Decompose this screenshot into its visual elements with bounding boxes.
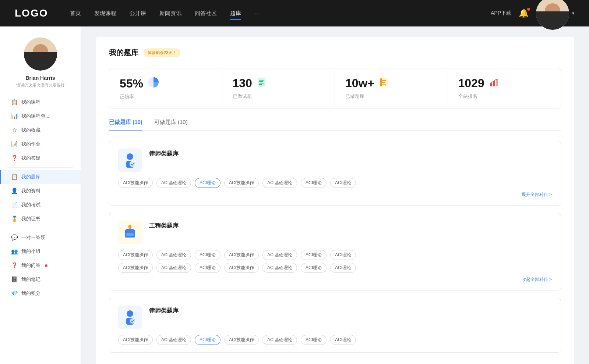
tag-0-2[interactable]: ACI理论 (195, 178, 221, 188)
tab-done-banks[interactable]: 已做题库 (10) (109, 119, 142, 130)
sidebar-item-groups[interactable]: 👥 我的小组 (0, 245, 81, 258)
qbank-card-1-tags-row2: ACI技能操作 ACI基础理论 ACI理论 ACI技能操作 ACI基础理论 AC… (118, 263, 552, 273)
tag-1-11[interactable]: ACI基础理论 (262, 263, 297, 273)
sidebar-item-qbank[interactable]: 📋 我的题库 (0, 170, 81, 184)
main-inner: 我的题库 体验剩余23天！ 55% (96, 37, 574, 364)
sidebar-item-homework[interactable]: 📝 我的作业 (0, 137, 81, 151)
sidebar-item-questions[interactable]: ❓ 我的问答 (0, 258, 81, 272)
tag-1-10[interactable]: ACI技能操作 (224, 263, 259, 273)
qbank-card-0-tags: ACI技能操作 ACI基础理论 ACI理论 ACI技能操作 ACI基础理论 AC… (118, 178, 552, 188)
qbank-card-1: 工程类题库 ACI技能操作 ACI基础理论 ACI理论 ACI技能操作 ACI基… (109, 213, 561, 290)
sidebar-item-profile[interactable]: 👤 我的资料 (0, 184, 81, 198)
expand-btn-0[interactable]: 展开全部科目 > (522, 192, 552, 198)
tag-2-6[interactable]: ACI理论 (330, 335, 356, 345)
navbar: LOGO 首页 发现课程 公开课 新闻资讯 问答社区 题库 ··· APP下载 … (0, 0, 589, 26)
tag-2-4[interactable]: ACI基础理论 (262, 335, 297, 345)
sidebar-item-favorites[interactable]: ☆ 我的收藏 (0, 123, 81, 137)
tag-1-7[interactable]: ACI技能操作 (118, 263, 153, 273)
tag-1-4[interactable]: ACI基础理论 (262, 250, 297, 260)
tag-0-1[interactable]: ACI基础理论 (156, 178, 191, 188)
tag-2-0[interactable]: ACI技能操作 (118, 335, 153, 345)
qbank-card-2: 律师类题库 ACI技能操作 ACI基础理论 ACI理论 ACI技能操作 ACI基… (109, 298, 561, 353)
tag-2-1[interactable]: ACI基础理论 (156, 335, 191, 345)
sidebar-item-exam[interactable]: 📄 我的考试 (0, 198, 81, 212)
tag-1-6[interactable]: ACI理论 (330, 250, 356, 260)
sidebar-item-label: 我的积分 (21, 290, 40, 297)
tag-1-1[interactable]: ACI基础理论 (156, 250, 191, 260)
user-avatar-btn[interactable]: ▾ (536, 0, 574, 30)
sidebar-item-certificate[interactable]: 🏅 我的证书 (0, 212, 81, 226)
qbank-card-2-header: 律师类题库 (118, 306, 552, 329)
sidebar-item-label: 我的作业 (21, 141, 40, 147)
tag-2-2[interactable]: ACI理论 (195, 335, 221, 345)
sidebar-item-label: 我的答疑 (21, 155, 40, 161)
stats-row: 55% 正确率 130 (109, 68, 561, 108)
sidebar-item-my-courses[interactable]: 📋 我的课程 (0, 95, 81, 109)
tag-0-6[interactable]: ACI理论 (330, 178, 356, 188)
sidebar-item-label: 我的题库 (21, 174, 40, 180)
tag-1-9[interactable]: ACI理论 (195, 263, 221, 273)
tutoring-icon: 💬 (11, 234, 18, 241)
tag-0-5[interactable]: ACI理论 (301, 178, 327, 188)
tag-0-4[interactable]: ACI基础理论 (262, 178, 297, 188)
nav-news[interactable]: 新闻资讯 (159, 8, 181, 18)
divider-1 (7, 167, 73, 168)
svg-rect-11 (490, 83, 492, 86)
sidebar-item-notes[interactable]: 📓 我的笔记 (0, 272, 81, 286)
sidebar-item-points[interactable]: 💎 我的积分 (0, 286, 81, 300)
nav-discover[interactable]: 发现课程 (94, 8, 116, 18)
nav-more[interactable]: ··· (254, 9, 259, 18)
page-title-row: 我的题库 体验剩余23天！ (109, 48, 561, 58)
tag-2-5[interactable]: ACI理论 (301, 335, 327, 345)
svg-rect-21 (126, 233, 134, 236)
sidebar-menu: 📋 我的课程 📊 我的课程包... ☆ 我的收藏 📝 我的作业 ❓ 我的答疑 � (0, 95, 81, 300)
tag-1-0[interactable]: ACI技能操作 (118, 250, 153, 260)
sidebar-item-label: 我的笔记 (21, 276, 40, 283)
packages-icon: 📊 (11, 113, 18, 119)
nav-qa[interactable]: 问答社区 (195, 8, 217, 18)
stat-done-top: 130 (233, 76, 325, 90)
avatar (536, 0, 569, 30)
nav-opencourse[interactable]: 公开课 (130, 8, 146, 18)
page-title: 我的题库 (109, 48, 138, 58)
nav-qbank[interactable]: 题库 (230, 8, 241, 18)
tab-available-banks[interactable]: 可做题库 (10) (154, 119, 188, 130)
qbank-card-1-tags-row1: ACI技能操作 ACI基础理论 ACI理论 ACI技能操作 ACI基础理论 AC… (118, 250, 552, 260)
tag-1-5[interactable]: ACI理论 (301, 250, 327, 260)
app-download-btn[interactable]: APP下载 (491, 10, 511, 17)
sidebar-item-label: 我的收藏 (21, 127, 40, 133)
sidebar-item-course-packages[interactable]: 📊 我的课程包... (0, 109, 81, 123)
sidebar-avatar (24, 38, 57, 71)
sidebar-item-tutoring[interactable]: 💬 一对一答疑 (0, 231, 81, 245)
svg-rect-13 (496, 79, 498, 86)
tag-0-3[interactable]: ACI技能操作 (224, 178, 259, 188)
page-wrapper: Brian Harris 错误的决定比没有决定要好 📋 我的课程 📊 我的课程包… (0, 26, 589, 364)
sidebar-item-label: 我的考试 (21, 201, 40, 208)
svg-rect-3 (259, 81, 263, 82)
svg-rect-5 (259, 84, 262, 85)
stat-accuracy-label: 正确率 (120, 93, 212, 100)
tag-1-3[interactable]: ACI技能操作 (224, 250, 259, 260)
tag-1-13[interactable]: ACI理论 (330, 263, 356, 273)
tag-0-0[interactable]: ACI技能操作 (118, 178, 153, 188)
svg-rect-2 (259, 80, 264, 81)
book-icon (379, 77, 389, 90)
notification-bell[interactable]: 🔔 (519, 8, 529, 18)
stat-accuracy-value: 55% (120, 77, 143, 90)
tag-1-8[interactable]: ACI基础理论 (156, 263, 191, 273)
sidebar-item-qa[interactable]: ❓ 我的答疑 (0, 151, 81, 165)
qbank-card-0-info: 律师类题库 (149, 149, 179, 158)
tag-1-12[interactable]: ACI理论 (301, 263, 327, 273)
qa-icon: ❓ (11, 155, 18, 161)
qbank-card-0-footer: 展开全部科目 > (118, 192, 552, 198)
svg-rect-7 (380, 78, 382, 86)
collapse-btn-1[interactable]: 收起全部科目 > (522, 276, 552, 283)
svg-point-24 (127, 310, 133, 317)
tag-1-2[interactable]: ACI理论 (195, 250, 221, 260)
nav-home[interactable]: 首页 (70, 8, 81, 18)
qbank-icon: 📋 (11, 174, 18, 180)
logo: LOGO (15, 7, 48, 19)
stat-accuracy: 55% 正确率 (109, 68, 222, 108)
tag-2-3[interactable]: ACI技能操作 (224, 335, 259, 345)
list-icon (257, 77, 267, 90)
